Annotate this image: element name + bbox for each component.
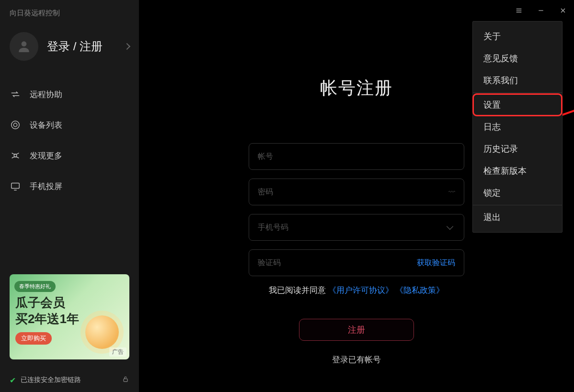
nav-label: 远程协助 <box>30 89 62 100</box>
promo-ad-tag: 广告 <box>109 347 126 357</box>
nav-discover-more[interactable]: 发现更多 <box>0 140 139 171</box>
devices-icon <box>10 119 21 131</box>
menu-separator <box>473 92 562 93</box>
phone-field-wrap <box>249 214 464 241</box>
code-input[interactable] <box>258 258 417 267</box>
status-text: 已连接安全加密链路 <box>21 376 81 384</box>
main-panel: 帐号注册 〰 获取验证码 我已阅读并同意 《用户许可协议》 《隐私政策》 注册 … <box>139 0 574 392</box>
menu-button[interactable] <box>508 0 530 21</box>
login-existing-link[interactable]: 登录已有帐号 <box>249 354 464 365</box>
lock-icon[interactable] <box>122 375 129 385</box>
agree-prefix: 我已阅读并同意 <box>269 286 326 295</box>
close-button[interactable] <box>552 0 574 21</box>
user-icon <box>16 39 32 54</box>
avatar <box>10 32 38 61</box>
promo-buy-button[interactable]: 立即购买 <box>15 332 52 345</box>
menu-logs[interactable]: 日志 <box>473 116 562 138</box>
window-controls <box>508 0 574 21</box>
form-title: 帐号注册 <box>249 77 464 100</box>
phone-input[interactable] <box>258 223 448 232</box>
password-input[interactable] <box>258 188 448 196</box>
chevron-down-icon[interactable] <box>447 223 453 230</box>
sidebar: 向日葵远程控制 登录 / 注册 远程协助 设备列表 发现更多 <box>0 0 139 392</box>
menu-feedback[interactable]: 意见反馈 <box>473 47 562 69</box>
svg-point-3 <box>14 154 17 157</box>
shield-check-icon: ✔ <box>10 376 16 385</box>
menu-exit[interactable]: 退出 <box>473 206 562 228</box>
nav-phone-cast[interactable]: 手机投屏 <box>0 171 139 202</box>
promo-banner[interactable]: 春季特惠好礼 瓜子会员 买2年送1年 立即购买 广告 <box>10 274 129 359</box>
nav-device-list[interactable]: 设备列表 <box>0 110 139 140</box>
swap-icon <box>10 89 21 100</box>
svg-point-1 <box>11 121 20 129</box>
menu-settings[interactable]: 设置 <box>473 94 562 116</box>
connection-status: ✔ 已连接安全加密链路 <box>0 368 139 392</box>
register-button[interactable]: 注册 <box>299 319 414 341</box>
menu-history[interactable]: 历史记录 <box>473 138 562 160</box>
minimize-button[interactable] <box>530 0 552 21</box>
nav-label: 设备列表 <box>30 120 62 131</box>
menu-contact[interactable]: 联系我们 <box>473 69 562 91</box>
promo-pill: 春季特惠好礼 <box>14 281 56 292</box>
svg-rect-4 <box>11 183 20 189</box>
menu-separator <box>473 205 562 205</box>
account-input[interactable] <box>258 152 455 161</box>
nav-list: 远程协助 设备列表 发现更多 手机投屏 <box>0 79 139 202</box>
promo-line1: 瓜子会员 <box>15 295 124 311</box>
account-field-wrap <box>249 143 464 170</box>
nav-remote-assist[interactable]: 远程协助 <box>0 79 139 110</box>
agreement-row: 我已阅读并同意 《用户许可协议》 《隐私政策》 <box>249 285 464 296</box>
get-code-button[interactable]: 获取验证码 <box>417 258 455 268</box>
svg-point-2 <box>13 123 17 126</box>
discover-icon <box>10 150 21 161</box>
privacy-link[interactable]: 《隐私政策》 <box>395 286 444 295</box>
eye-toggle-icon[interactable]: 〰 <box>448 188 455 196</box>
menu-check-update[interactable]: 检查新版本 <box>473 160 562 182</box>
app-title: 向日葵远程控制 <box>0 0 139 22</box>
register-form: 帐号注册 〰 获取验证码 我已阅读并同意 《用户许可协议》 《隐私政策》 注册 … <box>249 77 464 365</box>
code-field-wrap: 获取验证码 <box>249 249 464 276</box>
promo-graphic <box>85 315 119 349</box>
nav-label: 发现更多 <box>30 150 62 161</box>
profile-login-register[interactable]: 登录 / 注册 <box>0 22 139 70</box>
nav-label: 手机投屏 <box>30 181 62 192</box>
cast-icon <box>10 180 21 192</box>
license-link[interactable]: 《用户许可协议》 <box>328 286 393 295</box>
password-field-wrap: 〰 <box>249 179 464 205</box>
menu-about[interactable]: 关于 <box>473 25 562 47</box>
hamburger-menu: 关于 意见反馈 联系我们 设置 日志 历史记录 检查新版本 锁定 退出 <box>472 21 563 233</box>
chevron-right-icon <box>124 43 130 50</box>
menu-lock[interactable]: 锁定 <box>473 182 562 204</box>
svg-point-0 <box>22 41 27 46</box>
profile-label: 登录 / 注册 <box>47 39 125 54</box>
svg-rect-5 <box>124 379 127 381</box>
